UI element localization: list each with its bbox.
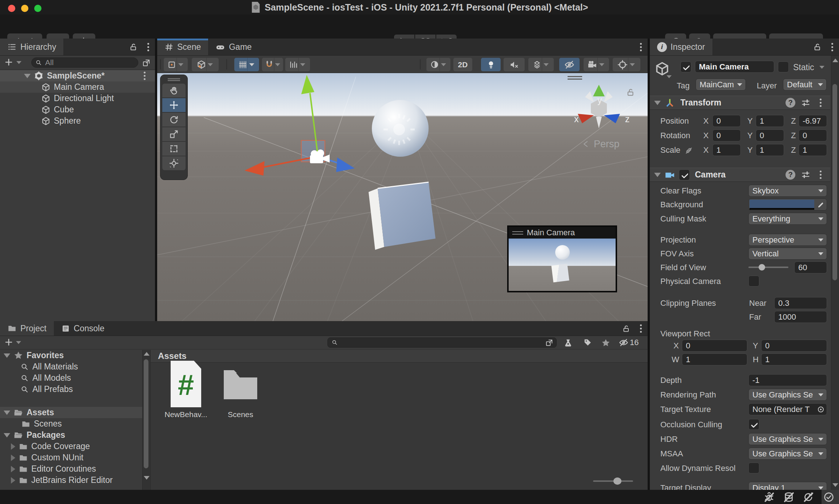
gizmos-button[interactable] xyxy=(613,58,640,71)
tag-dropdown[interactable]: MainCam xyxy=(696,79,746,91)
progress-check-icon[interactable] xyxy=(823,491,835,503)
tree-row-favorites[interactable]: Favorites xyxy=(0,350,142,361)
camera-settings-button[interactable] xyxy=(584,58,609,71)
audio-toggle-button[interactable] xyxy=(504,58,525,71)
transform-tool-button[interactable] xyxy=(162,156,186,170)
kebab-menu-icon[interactable] xyxy=(147,46,149,48)
tree-row-main-camera[interactable]: Main Camera xyxy=(0,81,155,93)
viewport-w-field[interactable]: 1 xyxy=(682,353,747,365)
scene-kebab-icon[interactable] xyxy=(144,75,146,77)
rendering-path-dropdown[interactable]: Use Graphics Se xyxy=(748,389,827,401)
effects-button[interactable] xyxy=(528,58,554,71)
foldout-arrow-icon[interactable] xyxy=(4,353,10,358)
tree-row-scenes[interactable]: Scenes xyxy=(0,418,142,429)
view-lock-icon[interactable] xyxy=(626,88,635,97)
lighting-toggle-button[interactable] xyxy=(481,58,501,71)
tree-row-custom-nunit[interactable]: Custom NUnit xyxy=(0,452,142,463)
target-texture-field[interactable]: None (Render T xyxy=(748,403,827,415)
scale-z-field[interactable]: 1 xyxy=(799,144,827,156)
slider-thumb[interactable] xyxy=(613,477,621,485)
tree-row-all-prefabs[interactable]: All Prefabs xyxy=(0,384,142,395)
package-filter-icon[interactable] xyxy=(563,338,573,348)
snap-increment-button[interactable] xyxy=(285,58,310,71)
debugger-disabled-icon[interactable] xyxy=(763,491,775,503)
fov-field[interactable]: 60 xyxy=(794,261,827,273)
culling-mask-dropdown[interactable]: Everything xyxy=(748,213,827,225)
tree-row-directional-light[interactable]: Directional Light xyxy=(0,93,155,104)
foldout-arrow-icon[interactable] xyxy=(11,466,15,472)
open-window-icon[interactable] xyxy=(545,339,553,347)
hdr-dropdown[interactable]: Use Graphics Se xyxy=(748,433,827,445)
gameobject-dropdown-icon[interactable] xyxy=(667,75,672,78)
foldout-arrow-icon[interactable] xyxy=(11,455,15,461)
lock-icon[interactable] xyxy=(813,43,822,52)
viewport-y-field[interactable]: 0 xyxy=(761,340,827,352)
viewport-x-field[interactable]: 0 xyxy=(682,340,747,352)
asset-item-script[interactable]: # NewBehav... xyxy=(162,360,210,419)
view-tool-button[interactable] xyxy=(162,84,186,97)
scroll-up-icon[interactable] xyxy=(144,352,150,356)
kebab-menu-icon[interactable] xyxy=(820,102,822,104)
name-field[interactable]: Main Camera xyxy=(695,61,774,73)
kebab-menu-icon[interactable] xyxy=(640,328,642,329)
2d-view-button[interactable]: 2D xyxy=(453,58,472,71)
inspector-scrollbar[interactable] xyxy=(831,56,839,490)
kebab-menu-icon[interactable] xyxy=(831,46,833,48)
scene-tab[interactable]: Scene xyxy=(157,39,208,55)
open-window-icon[interactable] xyxy=(142,59,151,67)
position-x-field[interactable]: 0 xyxy=(712,115,741,127)
project-tree-scrollbar[interactable] xyxy=(142,350,150,490)
perspective-toggle[interactable]: Persp xyxy=(581,139,620,150)
camera-header[interactable]: Camera ? xyxy=(650,168,830,182)
add-gameobject-button[interactable] xyxy=(4,58,21,67)
static-checkbox[interactable] xyxy=(778,61,789,72)
clear-flags-dropdown[interactable]: Skybox xyxy=(748,185,827,197)
shading-mode-button[interactable] xyxy=(426,58,450,71)
position-y-field[interactable]: 1 xyxy=(756,115,784,127)
tree-row-editor-coroutines[interactable]: Editor Coroutines xyxy=(0,463,142,475)
grid-visibility-button[interactable] xyxy=(234,58,259,71)
inspector-tab[interactable]: i Inspector xyxy=(650,39,712,55)
autorefresh-disabled-icon[interactable] xyxy=(803,491,814,503)
scroll-up-icon[interactable] xyxy=(832,59,838,62)
foldout-arrow-icon[interactable] xyxy=(24,74,31,78)
layer-dropdown[interactable]: Default xyxy=(783,79,827,91)
scroll-down-icon[interactable] xyxy=(144,476,150,480)
allow-dynamic-checkbox[interactable] xyxy=(748,463,759,473)
presets-icon[interactable] xyxy=(801,170,811,180)
physical-camera-checkbox[interactable] xyxy=(748,276,759,287)
occlusion-culling-checkbox[interactable] xyxy=(748,419,759,430)
tool-settings-button[interactable] xyxy=(164,58,188,71)
rotate-tool-button[interactable] xyxy=(162,113,186,127)
link-broken-icon[interactable] xyxy=(684,146,693,155)
cache-disabled-icon[interactable] xyxy=(783,491,795,503)
scene-visibility-button[interactable] xyxy=(559,58,580,71)
hidden-count-button[interactable]: 16 xyxy=(619,337,639,348)
far-field[interactable]: 1000 xyxy=(774,311,827,323)
scale-y-field[interactable]: 1 xyxy=(756,144,784,156)
foldout-arrow-icon[interactable] xyxy=(4,433,10,437)
presets-icon[interactable] xyxy=(801,98,811,108)
help-icon[interactable]: ? xyxy=(786,170,795,180)
foldout-arrow-icon[interactable] xyxy=(654,101,661,105)
hierarchy-tab[interactable]: Hierarchy xyxy=(0,39,63,55)
hierarchy-search-input[interactable]: All xyxy=(31,57,138,68)
fov-axis-dropdown[interactable]: Vertical xyxy=(748,248,827,260)
help-icon[interactable]: ? xyxy=(786,98,795,108)
scale-tool-button[interactable] xyxy=(162,127,186,141)
eyedropper-icon[interactable] xyxy=(817,201,825,209)
slider-thumb[interactable] xyxy=(759,264,765,271)
add-asset-button[interactable] xyxy=(4,338,21,347)
scroll-down-icon[interactable] xyxy=(832,483,838,487)
rotation-y-field[interactable]: 0 xyxy=(756,129,784,141)
preview-handle-icon[interactable] xyxy=(512,231,523,235)
projection-dropdown[interactable]: Perspective xyxy=(748,234,827,246)
asset-zoom-slider[interactable] xyxy=(593,477,633,485)
rect-tool-button[interactable] xyxy=(162,142,186,156)
scroll-thumb[interactable] xyxy=(144,359,148,468)
lock-icon[interactable] xyxy=(129,43,138,52)
foldout-arrow-icon[interactable] xyxy=(11,477,15,484)
foldout-arrow-icon[interactable] xyxy=(4,411,10,415)
tree-row-code-coverage[interactable]: Code Coverage xyxy=(0,441,142,452)
tree-row-jetbrains-rider[interactable]: JetBrains Rider Editor xyxy=(0,475,142,486)
